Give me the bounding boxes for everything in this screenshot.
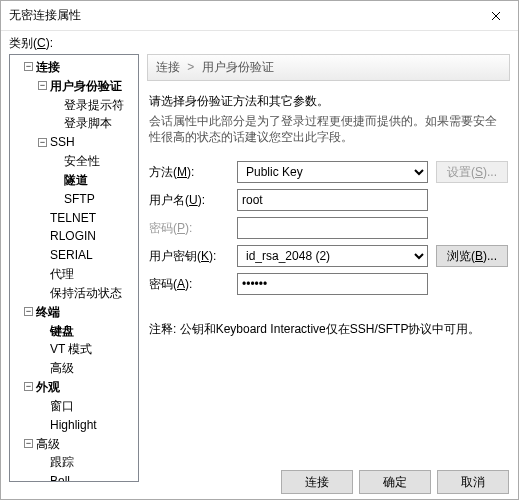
password-label: 密码(P): xyxy=(149,220,229,237)
tree-node-label[interactable]: 跟踪 xyxy=(50,455,74,469)
browse-button[interactable]: 浏览(B)... xyxy=(436,245,508,267)
method-label: 方法(M): xyxy=(149,164,229,181)
category-tree[interactable]: −连接−用户身份验证登录提示符登录脚本−SSH安全性隧道SFTPTELNETRL… xyxy=(9,54,139,482)
tree-node-label[interactable]: 用户身份验证 xyxy=(50,79,122,93)
tree-node[interactable]: −外观窗口Highlight xyxy=(24,377,138,433)
tree-node[interactable]: Bell xyxy=(38,471,138,482)
tree-node-label[interactable]: 隧道 xyxy=(64,173,88,187)
tree-node-label[interactable]: TELNET xyxy=(50,210,96,224)
window-title: 无密连接属性 xyxy=(9,7,474,24)
minus-icon[interactable]: − xyxy=(24,307,33,316)
tree-node-label[interactable]: 登录脚本 xyxy=(64,116,112,130)
passphrase-input[interactable] xyxy=(237,273,428,295)
tree-node[interactable]: −用户身份验证登录提示符登录脚本 xyxy=(38,76,138,132)
tree-node-label[interactable]: 外观 xyxy=(36,380,60,394)
tree-node-label[interactable]: SSH xyxy=(50,135,75,149)
connect-button[interactable]: 连接 xyxy=(281,470,353,494)
password-input xyxy=(237,217,428,239)
tree-node-label[interactable]: 连接 xyxy=(36,60,60,74)
tree-node-label[interactable]: 终端 xyxy=(36,305,60,319)
tree-node[interactable]: −SSH安全性隧道SFTP xyxy=(38,132,138,207)
tree-node-label[interactable]: 安全性 xyxy=(64,154,100,168)
userkey-select[interactable]: id_rsa_2048 (2) xyxy=(237,245,428,267)
content-pane: 连接 > 用户身份验证 请选择身份验证方法和其它参数。 会话属性中此部分是为了登… xyxy=(147,54,510,482)
tree-node-label[interactable]: 代理 xyxy=(50,267,74,281)
cancel-button[interactable]: 取消 xyxy=(437,470,509,494)
setup-button: 设置(S)... xyxy=(436,161,508,183)
breadcrumb-root: 连接 xyxy=(156,60,180,74)
tree-node[interactable]: 窗口 xyxy=(38,396,138,415)
tree-node-label[interactable]: 保持活动状态 xyxy=(50,286,122,300)
tree-node[interactable]: 登录脚本 xyxy=(52,113,138,132)
tree-node[interactable]: 登录提示符 xyxy=(52,95,138,114)
passphrase-label: 密码(A): xyxy=(149,276,229,293)
description-text: 会话属性中此部分是为了登录过程更便捷而提供的。如果需要安全性很高的状态的话建议您… xyxy=(149,113,508,145)
minus-icon[interactable]: − xyxy=(38,138,47,147)
method-select[interactable]: PasswordPublic KeyKeyboard InteractiveGS… xyxy=(237,161,428,183)
intro-text: 请选择身份验证方法和其它参数。 xyxy=(149,93,508,109)
tree-node[interactable]: −连接−用户身份验证登录提示符登录脚本−SSH安全性隧道SFTPTELNETRL… xyxy=(24,57,138,302)
tree-node[interactable]: 高级 xyxy=(38,358,138,377)
tree-node-label[interactable]: SERIAL xyxy=(50,248,93,262)
tree-node[interactable]: Highlight xyxy=(38,415,138,434)
username-input[interactable] xyxy=(237,189,428,211)
tree-node-label[interactable]: SFTP xyxy=(64,192,95,206)
tree-node-label[interactable]: 高级 xyxy=(36,436,60,450)
titlebar: 无密连接属性 xyxy=(1,1,518,31)
close-icon xyxy=(491,11,501,21)
username-label: 用户名(U): xyxy=(149,192,229,209)
tree-node[interactable]: −终端键盘VT 模式高级 xyxy=(24,302,138,377)
tree-node[interactable]: SERIAL xyxy=(38,245,138,264)
ok-button[interactable]: 确定 xyxy=(359,470,431,494)
dialog-footer: 连接 确定 取消 xyxy=(281,470,509,494)
tree-node[interactable]: 跟踪 xyxy=(38,452,138,471)
tree-node-label[interactable]: 高级 xyxy=(50,361,74,375)
minus-icon[interactable]: − xyxy=(24,62,33,71)
tree-node-label[interactable]: 窗口 xyxy=(50,399,74,413)
tree-node[interactable]: 安全性 xyxy=(52,151,138,170)
category-label: 类别(C): xyxy=(1,31,518,54)
tree-node-label[interactable]: 键盘 xyxy=(50,323,74,337)
minus-icon[interactable]: − xyxy=(24,439,33,448)
tree-node-label[interactable]: 登录提示符 xyxy=(64,97,124,111)
tree-node[interactable]: SFTP xyxy=(52,189,138,208)
userkey-label: 用户密钥(K): xyxy=(149,248,229,265)
tree-node[interactable]: TELNET xyxy=(38,208,138,227)
tree-node[interactable]: 键盘 xyxy=(38,321,138,340)
minus-icon[interactable]: − xyxy=(24,382,33,391)
tree-node[interactable]: 隧道 xyxy=(52,170,138,189)
tree-node[interactable]: VT 模式 xyxy=(38,339,138,358)
note-text: 注释: 公钥和Keyboard Interactive仅在SSH/SFTP协议中… xyxy=(149,321,508,337)
tree-node-label[interactable]: Highlight xyxy=(50,418,97,432)
tree-node[interactable]: −高级跟踪Bell日志记录 xyxy=(24,434,138,482)
tree-node-label[interactable]: VT 模式 xyxy=(50,342,92,356)
tree-node[interactable]: 代理 xyxy=(38,264,138,283)
tree-node[interactable]: RLOGIN xyxy=(38,226,138,245)
breadcrumb: 连接 > 用户身份验证 xyxy=(147,54,510,81)
tree-node-label[interactable]: Bell xyxy=(50,474,70,482)
chevron-right-icon: > xyxy=(187,60,194,74)
tree-node-label[interactable]: RLOGIN xyxy=(50,229,96,243)
tree-node[interactable]: 保持活动状态 xyxy=(38,283,138,302)
breadcrumb-current: 用户身份验证 xyxy=(202,60,274,74)
minus-icon[interactable]: − xyxy=(38,81,47,90)
close-button[interactable] xyxy=(474,1,518,31)
